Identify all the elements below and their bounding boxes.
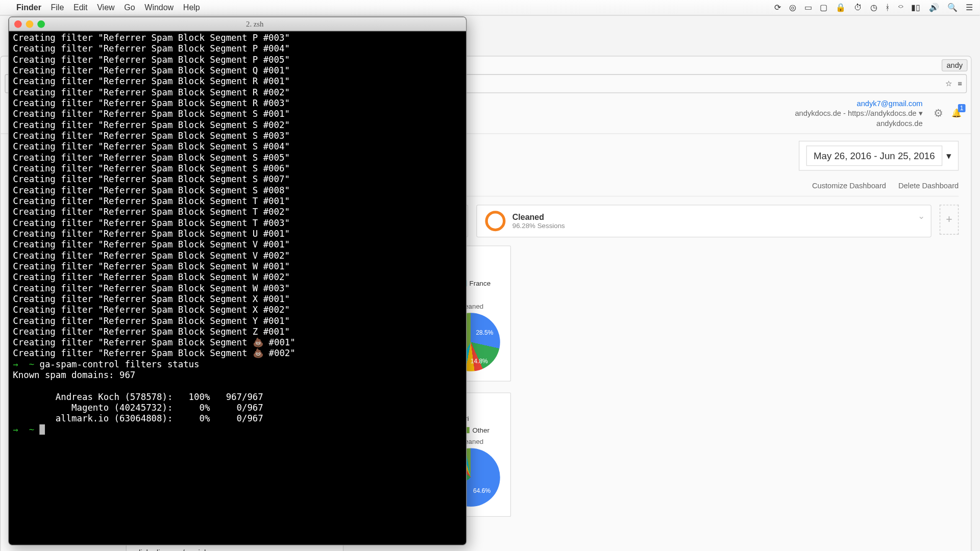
zoom-icon[interactable] [37, 20, 45, 28]
mac-menubar: Finder File Edit View Go Window Help ⟳ ◎… [0, 0, 980, 16]
account-line: andykdocs.de - https://andykdocs.de ▾ [795, 108, 922, 118]
seg-sub: 96.28% Sessions [512, 222, 565, 230]
segment-cleaned[interactable]: Cleaned96.28% Sessions ⌄ [476, 205, 932, 237]
donut-icon [485, 211, 505, 231]
status-icon[interactable]: ⟳ [774, 3, 781, 12]
account-email: andyk7@gmail.com [795, 98, 922, 108]
seg-title: Cleaned [512, 212, 565, 222]
bell-icon[interactable]: 🔔1 [951, 109, 962, 118]
add-segment[interactable]: + [940, 205, 959, 235]
minimize-icon[interactable] [26, 20, 34, 28]
menu-go[interactable]: Go [124, 3, 135, 12]
spotlight-icon[interactable]: 🔍 [947, 3, 958, 12]
lock-icon[interactable]: 🔒 [836, 3, 846, 12]
wifi-icon[interactable]: ⌔ [898, 3, 903, 12]
btn-delete[interactable]: Delete Dashboard [898, 182, 959, 190]
bluetooth-icon[interactable]: ᚼ [885, 3, 890, 12]
clock-icon[interactable]: ◷ [870, 3, 877, 12]
terminal-title: 2. zsh [49, 18, 460, 29]
terminal-titlebar[interactable]: 2. zsh [9, 17, 466, 31]
battery-icon[interactable]: ▮▯ [911, 3, 921, 12]
airplay-icon[interactable]: ▢ [820, 3, 827, 12]
chrome-profile[interactable]: andy [942, 59, 967, 71]
menu-edit[interactable]: Edit [74, 3, 88, 12]
timemachine-icon[interactable]: ⏱ [854, 3, 862, 12]
account-property: andykdocs.de [795, 118, 922, 128]
menu-help[interactable]: Help [183, 3, 200, 12]
cc-icon[interactable]: ◎ [789, 3, 796, 12]
menu-file[interactable]: File [51, 3, 64, 12]
menu-window[interactable]: Window [144, 3, 174, 12]
menu-icon[interactable]: ☰ [966, 3, 973, 12]
star-icon[interactable]: ☆ [945, 79, 952, 88]
close-icon[interactable] [14, 20, 22, 28]
btn-customize[interactable]: Customize Dashboard [812, 182, 886, 190]
menubar-app[interactable]: Finder [16, 3, 41, 12]
terminal-output[interactable]: Creating filter "Referrer Spam Block Seg… [9, 31, 466, 436]
display-icon[interactable]: ▭ [804, 3, 812, 12]
hamburger-icon[interactable]: ≡ [958, 80, 962, 88]
gear-icon[interactable]: ⚙ [934, 107, 943, 119]
account-picker[interactable]: andyk7@gmail.com andykdocs.de - https://… [795, 98, 922, 128]
date-range[interactable]: May 26, 2016 - Jun 25, 2016 ▾ [799, 141, 959, 171]
notif-badge: 1 [958, 105, 966, 113]
volume-icon[interactable]: 🔊 [929, 3, 939, 12]
chevron-down-icon[interactable]: ⌄ [918, 211, 925, 221]
terminal-window[interactable]: 2. zsh Creating filter "Referrer Spam Bl… [8, 16, 467, 545]
menu-view[interactable]: View [97, 3, 114, 12]
